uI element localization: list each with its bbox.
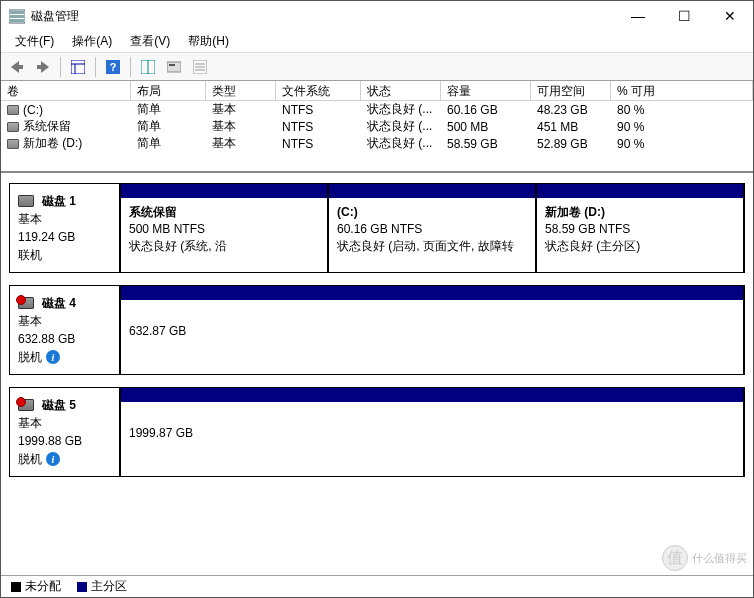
volume-row[interactable]: 系统保留简单基本NTFS状态良好 (...500 MB451 MB90 %	[1, 118, 753, 135]
disk-icon	[18, 195, 34, 207]
settings-button[interactable]	[188, 56, 212, 78]
svg-rect-5	[37, 65, 41, 69]
legend: 未分配 主分区	[1, 575, 753, 597]
disk-block[interactable]: 磁盘 1基本119.24 GB联机系统保留500 MB NTFS状态良好 (系统…	[9, 183, 745, 273]
titlebar[interactable]: 磁盘管理 — ☐ ✕	[1, 1, 753, 31]
col-status[interactable]: 状态	[361, 81, 441, 100]
col-capacity[interactable]: 容量	[441, 81, 531, 100]
svg-rect-1	[10, 15, 24, 18]
svg-rect-14	[169, 64, 175, 66]
disk-info[interactable]: 磁盘 4基本632.88 GB脱机i	[10, 286, 120, 374]
volume-row[interactable]: (C:)简单基本NTFS状态良好 (...60.16 GB48.23 GB80 …	[1, 101, 753, 118]
window-title: 磁盘管理	[31, 8, 615, 25]
col-filesystem[interactable]: 文件系统	[276, 81, 361, 100]
col-layout[interactable]: 布局	[131, 81, 206, 100]
menu-view[interactable]: 查看(V)	[122, 31, 178, 52]
disk-icon	[18, 399, 34, 411]
minimize-button[interactable]: —	[615, 1, 661, 31]
list-header: 卷 布局 类型 文件系统 状态 容量 可用空间 % 可用	[1, 81, 753, 101]
drive-icon	[7, 139, 19, 149]
partition-row: 632.87 GB	[120, 286, 744, 374]
partition[interactable]: 新加卷 (D:)58.59 GB NTFS状态良好 (主分区)	[535, 183, 744, 273]
partition-stripe	[121, 286, 743, 300]
menu-bar: 文件(F) 操作(A) 查看(V) 帮助(H)	[1, 31, 753, 53]
disk-graphical-view: 磁盘 1基本119.24 GB联机系统保留500 MB NTFS状态良好 (系统…	[1, 173, 753, 597]
volume-list: 卷 布局 类型 文件系统 状态 容量 可用空间 % 可用 (C:)简单基本NTF…	[1, 81, 753, 173]
info-icon[interactable]: i	[46, 350, 60, 364]
back-button[interactable]	[5, 56, 29, 78]
partition[interactable]: 1999.87 GB	[119, 387, 744, 477]
col-type[interactable]: 类型	[206, 81, 276, 100]
disk-info[interactable]: 磁盘 5基本1999.88 GB脱机i	[10, 388, 120, 476]
partition[interactable]: 632.87 GB	[119, 285, 744, 375]
drive-icon	[7, 105, 19, 115]
legend-unallocated: 未分配	[11, 578, 61, 595]
svg-text:?: ?	[110, 61, 117, 73]
drive-icon	[7, 122, 19, 132]
partition-row: 1999.87 GB	[120, 388, 744, 476]
col-percent[interactable]: % 可用	[611, 81, 753, 100]
col-free[interactable]: 可用空间	[531, 81, 611, 100]
svg-rect-13	[167, 62, 181, 72]
help-button[interactable]: ?	[101, 56, 125, 78]
partition-stripe	[537, 184, 743, 198]
toolbar-separator	[95, 57, 96, 77]
toolbar-separator	[130, 57, 131, 77]
partition-stripe	[329, 184, 535, 198]
disk-block[interactable]: 磁盘 4基本632.88 GB脱机i 632.87 GB	[9, 285, 745, 375]
list-body: (C:)简单基本NTFS状态良好 (...60.16 GB48.23 GB80 …	[1, 101, 753, 171]
toolbar: ?	[1, 53, 753, 81]
disk-block[interactable]: 磁盘 5基本1999.88 GB脱机i 1999.87 GB	[9, 387, 745, 477]
disk-management-window: 磁盘管理 — ☐ ✕ 文件(F) 操作(A) 查看(V) 帮助(H) ? 卷 布…	[0, 0, 754, 598]
menu-file[interactable]: 文件(F)	[7, 31, 62, 52]
toolbar-separator	[60, 57, 61, 77]
close-button[interactable]: ✕	[707, 1, 753, 31]
partition[interactable]: 系统保留500 MB NTFS状态良好 (系统, 沿	[119, 183, 328, 273]
svg-rect-0	[10, 11, 24, 14]
view-list-button[interactable]	[66, 56, 90, 78]
partition-stripe	[121, 388, 743, 402]
partition[interactable]: (C:)60.16 GB NTFS状态良好 (启动, 页面文件, 故障转	[327, 183, 536, 273]
volume-row[interactable]: 新加卷 (D:)简单基本NTFS状态良好 (...58.59 GB52.89 G…	[1, 135, 753, 152]
menu-help[interactable]: 帮助(H)	[180, 31, 237, 52]
legend-primary: 主分区	[77, 578, 127, 595]
svg-rect-6	[71, 60, 85, 74]
maximize-button[interactable]: ☐	[661, 1, 707, 31]
col-volume[interactable]: 卷	[1, 81, 131, 100]
svg-rect-2	[10, 19, 24, 22]
disk-info[interactable]: 磁盘 1基本119.24 GB联机	[10, 184, 120, 272]
partition-row: 系统保留500 MB NTFS状态良好 (系统, 沿(C:)60.16 GB N…	[120, 184, 744, 272]
info-icon[interactable]: i	[46, 452, 60, 466]
app-icon	[9, 8, 25, 24]
refresh-button[interactable]	[136, 56, 160, 78]
disk-icon	[18, 297, 34, 309]
forward-button[interactable]	[31, 56, 55, 78]
partition-stripe	[121, 184, 327, 198]
window-controls: — ☐ ✕	[615, 1, 753, 31]
menu-action[interactable]: 操作(A)	[64, 31, 120, 52]
svg-rect-4	[19, 65, 23, 69]
properties-button[interactable]	[162, 56, 186, 78]
